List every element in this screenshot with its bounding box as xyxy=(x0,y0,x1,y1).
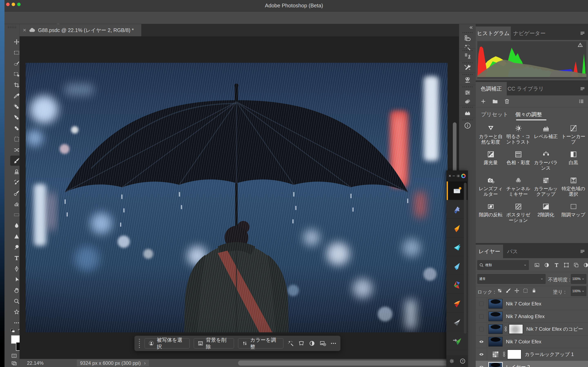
horizontal-scrollbar[interactable] xyxy=(238,360,469,366)
color-lookup-layer-icon[interactable] xyxy=(491,350,500,359)
close-icon[interactable]: × xyxy=(23,27,26,33)
layer-fill-input[interactable]: 100% xyxy=(571,286,586,296)
adjust-color-button[interactable]: カラーを調整 xyxy=(238,338,283,349)
adjustment-selective-color[interactable]: 特定色域の選択 xyxy=(560,175,587,201)
filter-smart-objects-icon[interactable] xyxy=(573,262,579,268)
layer-row[interactable]: カラールックアップ 1 xyxy=(476,348,588,361)
mask-link-icon[interactable] xyxy=(503,325,508,333)
adjustment-gradient-map[interactable]: 階調マップ xyxy=(560,201,587,227)
adjustment-color-lookup[interactable]: カラールックアップ xyxy=(532,175,560,201)
adjustment-icon[interactable] xyxy=(309,340,315,347)
chevron-right-icon[interactable]: › xyxy=(144,360,146,366)
adjustment-levels[interactable]: レベル補正 xyxy=(532,123,560,149)
layer-thumbnail[interactable] xyxy=(488,312,503,321)
tab-navigator[interactable]: ナビゲーター xyxy=(511,26,548,40)
tab-cc-libraries[interactable]: CC ライブラリ xyxy=(507,82,545,95)
layer-mask-thumbnail[interactable] xyxy=(507,350,521,359)
canvas-area[interactable]: 被写体を選択 背景を削除 カラーを調整 xyxy=(20,36,459,359)
panel-menu-icon[interactable] xyxy=(579,86,586,92)
taskbar-grip-handle[interactable] xyxy=(138,338,140,349)
subtab-individual[interactable]: 個々の調整 xyxy=(515,111,542,118)
layer-thumbnail[interactable] xyxy=(488,362,503,367)
layer-row-selected[interactable]: レイヤー 2 xyxy=(476,361,588,367)
gradients-panel-icon[interactable] xyxy=(464,98,471,105)
adjustment-vibrance[interactable]: カラーと自然な彩度 xyxy=(477,123,504,149)
vertical-scrollbar[interactable] xyxy=(453,122,457,175)
view-list-icon[interactable] xyxy=(578,98,584,104)
lock-transparency-icon[interactable] xyxy=(497,288,502,293)
filter-adjustment-layers-icon[interactable] xyxy=(544,262,550,268)
layer-row[interactable]: Nik 7 Color Efex のコピー xyxy=(476,323,588,335)
nik-scrollbar[interactable] xyxy=(464,183,467,334)
adjustment-exposure[interactable]: 露光量 xyxy=(477,149,504,175)
info-panel-icon[interactable] xyxy=(464,122,471,129)
layer-opacity-input[interactable]: 100% xyxy=(571,274,586,284)
remove-background-button[interactable]: 背景を削除 xyxy=(194,338,234,349)
close-icon[interactable]: × xyxy=(449,173,451,179)
delete-trash-icon[interactable] xyxy=(504,98,510,104)
layer-row[interactable]: Nik 7 Color Efex xyxy=(476,298,588,310)
layer-filter-select[interactable]: 種類 xyxy=(477,260,529,270)
adjustment-brightness-contrast[interactable]: 明るさ・コントラスト xyxy=(504,123,532,149)
lock-pixels-icon[interactable] xyxy=(506,288,511,293)
select-subject-button[interactable]: 被写体を選択 xyxy=(145,338,190,349)
properties-panel-icon[interactable] xyxy=(464,89,471,96)
panel-menu-icon[interactable] xyxy=(579,248,586,254)
histogram-warning-icon[interactable] xyxy=(577,42,583,48)
history-panel-icon[interactable] xyxy=(464,35,471,42)
new-group-folder-icon[interactable] xyxy=(492,98,498,104)
minimize-icon[interactable]: − xyxy=(452,173,455,179)
tab-adjustments[interactable]: 色調補正 xyxy=(476,82,507,95)
adjustment-threshold[interactable]: 2階調化 xyxy=(532,201,560,227)
adjustment-black-white[interactable]: 白黒 xyxy=(560,149,587,175)
channel-mixer-panel-icon[interactable] xyxy=(464,76,471,83)
default-colors-icon[interactable] xyxy=(11,329,15,332)
zoom-level[interactable]: 22.14% xyxy=(27,360,43,366)
patterns-panel-icon[interactable] xyxy=(464,109,471,117)
document-dimensions[interactable]: 9324 px x 6000 px (300 ppi) › xyxy=(77,360,149,366)
adjustment-invert[interactable]: 階調の反転 xyxy=(477,201,504,227)
adjustment-curves[interactable]: トーンカーブ xyxy=(560,123,587,149)
add-adjustment-icon[interactable] xyxy=(480,98,486,104)
layer-row[interactable]: Nik 7 Color Efex xyxy=(476,335,588,348)
layer-visibility-toggle[interactable] xyxy=(476,298,487,310)
gear-icon[interactable] xyxy=(449,358,455,364)
filter-shape-layers-icon[interactable] xyxy=(563,262,569,268)
mask-link-icon[interactable] xyxy=(502,351,507,358)
layer-mask-thumbnail[interactable] xyxy=(509,324,523,334)
generative-wand-icon[interactable] xyxy=(287,340,294,347)
adjustment-color-balance[interactable]: カラーバランス xyxy=(532,149,560,175)
adjustment-hue-saturation[interactable]: 色相・彩度 xyxy=(504,149,532,175)
collapse-panels-icon[interactable] xyxy=(468,25,474,30)
tab-layers[interactable]: レイヤー xyxy=(476,245,503,258)
document-tab[interactable]: × G88.psdc @ 22.1% (レイヤー 2, RGB/8) * xyxy=(20,24,141,36)
clone-source-panel-icon[interactable] xyxy=(464,52,471,59)
add-image-icon[interactable] xyxy=(320,340,326,347)
layer-thumbnail[interactable] xyxy=(488,324,503,334)
layer-blend-mode-select[interactable]: 通常 xyxy=(477,274,545,284)
layer-thumbnail[interactable] xyxy=(488,337,503,347)
quick-mask-button[interactable] xyxy=(11,353,17,359)
filter-clipped-icon[interactable] xyxy=(583,262,588,268)
adjustment-posterize[interactable]: ポスタリゼーション xyxy=(504,201,532,227)
filter-pixel-layers-icon[interactable] xyxy=(534,262,540,268)
layer-thumbnail[interactable] xyxy=(488,299,503,309)
transform-warp-icon[interactable] xyxy=(298,340,305,347)
adjustment-photo-filter[interactable]: レンズフィルター xyxy=(477,175,504,201)
lock-all-icon[interactable] xyxy=(531,288,537,293)
lock-position-icon[interactable] xyxy=(514,288,520,293)
photo-image[interactable] xyxy=(26,63,448,332)
layout-icon[interactable] xyxy=(456,174,460,178)
more-options-icon[interactable] xyxy=(330,340,337,347)
nik-item-raw-presharpener[interactable] xyxy=(447,332,467,350)
layer-visibility-toggle[interactable] xyxy=(476,323,487,335)
subtab-presets[interactable]: プリセット xyxy=(481,111,508,118)
adjustment-channel-mixer[interactable]: チャンネルミキサー xyxy=(504,175,532,201)
layer-visibility-toggle[interactable] xyxy=(476,348,487,360)
toolbar-grip-handle[interactable] xyxy=(8,26,16,29)
layer-row[interactable]: Nik 7 Analog Efex xyxy=(476,310,588,323)
tab-histogram[interactable]: ヒストグラム xyxy=(476,26,511,40)
panel-menu-icon[interactable] xyxy=(579,30,586,36)
lock-artboard-icon[interactable] xyxy=(523,288,528,293)
screen-mode-button[interactable] xyxy=(11,360,17,366)
